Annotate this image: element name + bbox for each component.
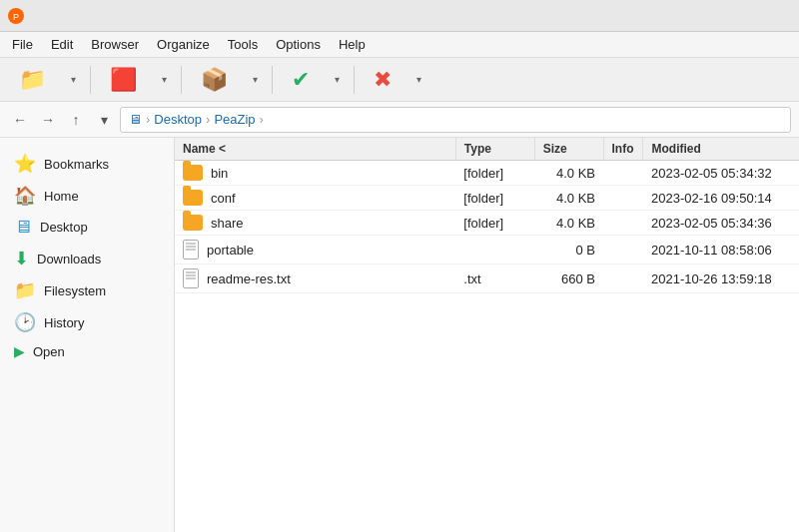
table-row[interactable]: bin [folder] 4.0 KB 2023-02-05 05:34:32	[175, 161, 799, 186]
file-table: Name < Type Size Info Modified bin [fold…	[175, 138, 799, 293]
breadcrumb-desktop[interactable]: Desktop	[154, 112, 202, 127]
file-info	[603, 265, 643, 293]
sidebar-item-filesystem[interactable]: 📁 Filesystem	[0, 274, 174, 306]
maximize-button[interactable]	[763, 14, 771, 18]
title-bar: P	[0, 0, 799, 32]
secure-delete-button[interactable]: ✖	[363, 63, 406, 97]
menu-browser[interactable]: Browser	[83, 35, 147, 54]
file-type	[455, 236, 534, 265]
add-dropdown[interactable]: ▾	[65, 69, 82, 90]
sidebar-item-bookmarks[interactable]: ⭐ Bookmarks	[0, 148, 174, 180]
file-modified: 2023-02-05 05:34:36	[643, 211, 799, 236]
file-type: [folder]	[455, 211, 534, 236]
file-list: Name < Type Size Info Modified bin [fold…	[175, 138, 799, 532]
test-dropdown[interactable]: ▾	[329, 69, 346, 90]
file-type: [folder]	[455, 161, 534, 186]
menu-options[interactable]: Options	[268, 35, 329, 54]
add-icon: 📁	[19, 67, 46, 93]
app-icon: P	[8, 8, 24, 24]
sidebar-filesystem-label: Filesystem	[44, 283, 106, 298]
table-row[interactable]: readme-res.txt .txt 660 B 2021-10-26 13:…	[175, 265, 799, 293]
menu-tools[interactable]: Tools	[220, 35, 266, 54]
home-icon: 🏠	[14, 185, 36, 207]
sidebar-item-history[interactable]: 🕑 History	[0, 306, 174, 338]
sidebar-item-desktop[interactable]: 🖥 Desktop	[0, 212, 174, 243]
open-icon: ▶	[14, 343, 25, 359]
file-icon	[183, 240, 199, 260]
desktop-icon: 🖥	[14, 217, 32, 238]
main-layout: ⭐ Bookmarks 🏠 Home 🖥 Desktop ⬇ Downloads…	[0, 138, 799, 532]
col-header-type[interactable]: Type	[455, 138, 534, 161]
file-modified: 2021-10-26 13:59:18	[643, 265, 799, 293]
col-header-name[interactable]: Name <	[175, 138, 455, 161]
extract-dropdown[interactable]: ▾	[247, 69, 264, 90]
file-size: 660 B	[534, 265, 603, 293]
convert-dropdown[interactable]: ▾	[156, 69, 173, 90]
window-controls	[743, 14, 791, 18]
sidebar-bookmarks-label: Bookmarks	[44, 157, 109, 172]
file-name-cell: bin	[175, 161, 455, 186]
secure-delete-dropdown[interactable]: ▾	[410, 69, 427, 90]
sidebar-history-label: History	[44, 315, 84, 330]
nav-up-button[interactable]: ↑	[64, 108, 88, 132]
table-row[interactable]: share [folder] 4.0 KB 2023-02-05 05:34:3…	[175, 211, 799, 236]
separator-1	[90, 66, 91, 94]
file-size: 4.0 KB	[534, 186, 603, 211]
menu-file[interactable]: File	[4, 35, 41, 54]
file-modified: 2023-02-05 05:34:32	[643, 161, 799, 186]
sidebar-desktop-label: Desktop	[40, 220, 88, 235]
menu-edit[interactable]: Edit	[43, 35, 81, 54]
file-size: 0 B	[534, 236, 603, 265]
nav-dropdown-button[interactable]: ▾	[92, 108, 116, 132]
file-name: share	[211, 216, 244, 231]
add-button[interactable]: 📁	[8, 63, 61, 97]
sidebar-item-home[interactable]: 🏠 Home	[0, 180, 174, 212]
file-info	[603, 161, 643, 186]
file-info	[603, 186, 643, 211]
file-size: 4.0 KB	[534, 211, 603, 236]
nav-back-button[interactable]: ←	[8, 108, 32, 132]
table-header-row: Name < Type Size Info Modified	[175, 138, 799, 161]
folder-icon	[183, 190, 203, 206]
menu-help[interactable]: Help	[331, 35, 374, 54]
col-header-size[interactable]: Size	[534, 138, 603, 161]
breadcrumb-peazip[interactable]: PeaZip	[214, 112, 255, 127]
history-icon: 🕑	[14, 311, 36, 333]
delete-icon: ✖	[374, 67, 392, 93]
table-row[interactable]: portable 0 B 2021-10-11 08:58:06	[175, 236, 799, 265]
file-name-cell: readme-res.txt	[175, 265, 455, 293]
menu-organize[interactable]: Organize	[149, 35, 218, 54]
sidebar-item-downloads[interactable]: ⬇ Downloads	[0, 243, 174, 274]
toolbar: 📁 ▾ 🟥 ▾ 📦 ▾ ✔ ▾ ✖ ▾	[0, 58, 799, 102]
downloads-icon: ⬇	[14, 248, 29, 269]
separator-2	[181, 66, 182, 94]
file-modified: 2023-02-16 09:50:14	[643, 186, 799, 211]
file-size: 4.0 KB	[534, 161, 603, 186]
file-name-cell: share	[175, 211, 455, 236]
file-name-cell: portable	[175, 236, 455, 265]
breadcrumb-computer[interactable]: 🖥	[129, 112, 142, 127]
test-button[interactable]: ✔	[281, 63, 325, 97]
test-icon: ✔	[292, 67, 310, 93]
table-row[interactable]: conf [folder] 4.0 KB 2023-02-16 09:50:14	[175, 186, 799, 211]
col-header-modified[interactable]: Modified	[643, 138, 799, 161]
file-type: [folder]	[455, 186, 534, 211]
file-info	[603, 211, 643, 236]
filesystem-icon: 📁	[14, 279, 36, 301]
close-button[interactable]	[783, 14, 791, 18]
col-header-info[interactable]: Info	[603, 138, 643, 161]
file-modified: 2021-10-11 08:58:06	[643, 236, 799, 265]
file-name: conf	[211, 191, 236, 206]
address-bar: ← → ↑ ▾ 🖥 › Desktop › PeaZip ›	[0, 102, 799, 138]
nav-forward-button[interactable]: →	[36, 108, 60, 132]
file-type: .txt	[455, 265, 534, 293]
minimize-button[interactable]	[743, 14, 751, 18]
file-name: portable	[207, 243, 254, 258]
convert-button[interactable]: 🟥	[99, 63, 152, 97]
sidebar-item-open[interactable]: ▶ Open	[0, 338, 174, 364]
extract-icon: 📦	[201, 67, 228, 93]
extract-button[interactable]: 📦	[190, 63, 243, 97]
svg-text:P: P	[13, 12, 19, 22]
sidebar-downloads-label: Downloads	[37, 252, 101, 266]
file-name: bin	[211, 166, 228, 181]
